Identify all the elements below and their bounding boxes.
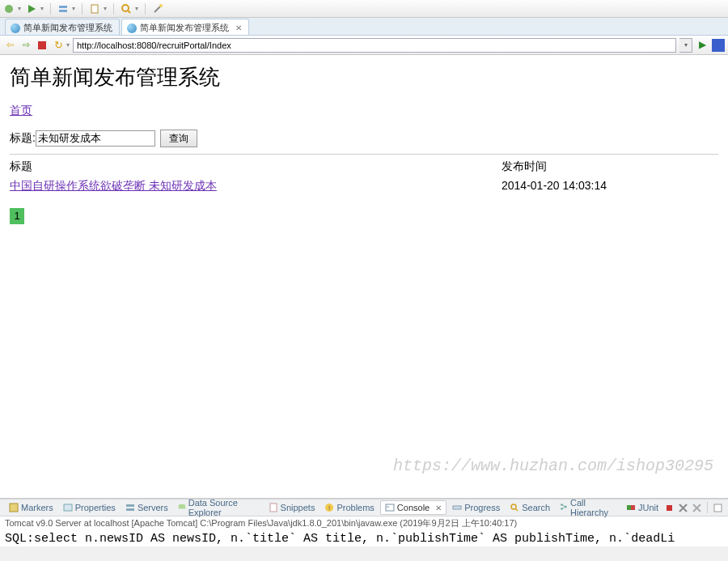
external-browser-button[interactable]	[712, 39, 725, 52]
separator	[82, 3, 83, 15]
tab-label: 简单新闻发布管理系统	[23, 22, 112, 34]
svg-rect-20	[453, 506, 461, 509]
svg-rect-15	[270, 504, 277, 512]
view-tab-search[interactable]: Search	[506, 501, 554, 514]
search-button[interactable]: 查询	[160, 130, 197, 147]
forward-button[interactable]: ⇨	[19, 39, 32, 52]
remove-all-icon[interactable]	[692, 503, 702, 513]
editor-tab[interactable]: 简单新闻发布管理系统 ✕	[121, 19, 249, 35]
separator	[50, 3, 51, 15]
svg-marker-1	[28, 5, 36, 13]
view-tab-problems[interactable]: !Problems	[320, 501, 378, 514]
dropdown-icon[interactable]: ▾	[104, 5, 107, 12]
console-toolbar	[664, 502, 723, 513]
markers-icon	[9, 503, 19, 512]
separator	[113, 3, 114, 15]
run-icon[interactable]	[26, 3, 37, 15]
globe-icon	[127, 23, 137, 33]
title-search-input[interactable]	[36, 130, 155, 147]
remove-launch-icon[interactable]	[678, 503, 688, 513]
dropdown-icon[interactable]: ▾	[18, 5, 21, 12]
wand-icon[interactable]	[152, 3, 163, 15]
url-input[interactable]	[73, 38, 676, 53]
col-header-title: 标题	[10, 159, 502, 174]
browser-nav-bar: ⇦ ⇨ ↻ ▾ ▾ ▶	[0, 36, 728, 55]
close-icon[interactable]: ✕	[235, 23, 242, 32]
view-tab-progress[interactable]: Progress	[448, 501, 504, 514]
svg-text:!: !	[328, 504, 330, 512]
svg-line-6	[128, 11, 130, 13]
terminate-icon[interactable]	[664, 503, 675, 513]
search-label: 标题:	[10, 131, 36, 146]
svg-rect-35	[714, 504, 722, 512]
junit-icon	[626, 503, 636, 512]
dropdown-icon[interactable]: ▾	[135, 5, 138, 12]
dropdown-icon[interactable]: ▾	[40, 5, 44, 12]
new-icon[interactable]	[89, 3, 100, 15]
url-dropdown[interactable]: ▾	[679, 38, 692, 53]
svg-point-8	[159, 4, 163, 7]
dropdown-icon[interactable]: ▾	[72, 5, 75, 12]
svg-rect-29	[631, 505, 635, 510]
news-time: 2014-01-20 14:03:14	[502, 179, 718, 193]
datasource-icon	[178, 503, 186, 512]
table-header: 标题 发布时间	[10, 156, 718, 177]
divider	[10, 154, 718, 155]
globe-icon	[11, 23, 20, 33]
page-number-current[interactable]: 1	[10, 208, 24, 224]
search-icon[interactable]	[121, 3, 132, 15]
svg-rect-28	[627, 505, 631, 510]
svg-line-27	[562, 507, 566, 508]
servers-icon	[125, 503, 135, 512]
view-tab-servers[interactable]: Servers	[121, 501, 172, 514]
view-tab-properties[interactable]: Properties	[59, 501, 120, 514]
svg-rect-4	[91, 5, 98, 13]
debug-icon[interactable]	[3, 3, 15, 15]
server-icon[interactable]	[57, 3, 69, 15]
table-row: 中国自研操作系统欲破垄断 未知研发成本 2014-01-20 14:03:14	[10, 177, 718, 195]
snippets-icon	[269, 503, 278, 512]
svg-rect-30	[667, 505, 672, 511]
console-icon	[385, 503, 395, 512]
separator	[145, 3, 146, 15]
view-tab-snippets[interactable]: Snippets	[265, 501, 320, 514]
go-button[interactable]: ▶	[696, 39, 709, 52]
view-tab-markers[interactable]: Markers	[5, 501, 57, 514]
svg-point-0	[5, 5, 13, 13]
back-button[interactable]: ⇦	[3, 39, 16, 52]
editor-tabs: 简单新闻发布管理系统 简单新闻发布管理系统 ✕	[0, 18, 728, 36]
console-output[interactable]: SQL:select n.newsID AS newsID, n.`title`…	[0, 530, 728, 546]
svg-rect-18	[386, 504, 394, 511]
svg-rect-3	[59, 10, 67, 12]
problems-icon: !	[324, 503, 334, 512]
close-icon[interactable]: ✕	[435, 504, 442, 512]
svg-rect-10	[64, 504, 72, 511]
view-tab-console[interactable]: Console✕	[380, 500, 447, 515]
browser-viewport: 简单新闻发布管理系统 首页 标题: 查询 标题 发布时间 中国自研操作系统欲破垄…	[0, 55, 728, 499]
svg-rect-9	[10, 504, 18, 512]
svg-rect-12	[126, 508, 134, 511]
properties-icon	[63, 503, 73, 512]
progress-icon	[452, 503, 462, 512]
svg-rect-14	[179, 505, 185, 508]
svg-line-22	[515, 508, 518, 511]
pagination: 1	[10, 208, 718, 224]
main-toolbar: ▾ ▾ ▾ ▾ ▾	[0, 0, 728, 18]
news-title-link[interactable]: 中国自研操作系统欲破垄断 未知研发成本	[10, 179, 217, 192]
svg-point-5	[122, 5, 129, 11]
hierarchy-icon	[560, 503, 568, 512]
view-tab-junit[interactable]: JUnit	[622, 501, 662, 514]
refresh-button[interactable]: ↻	[52, 39, 65, 52]
clear-console-icon[interactable]	[713, 503, 723, 513]
svg-line-26	[562, 505, 566, 507]
svg-rect-11	[126, 504, 134, 507]
page-title: 简单新闻发布管理系统	[10, 63, 718, 91]
views-tab-bar: Markers Properties Servers Data Source E…	[0, 499, 728, 516]
tab-label: 简单新闻发布管理系统	[140, 22, 229, 34]
stop-button[interactable]	[36, 39, 49, 52]
view-tab-datasource[interactable]: Data Source Explorer	[174, 496, 263, 519]
home-link[interactable]: 首页	[10, 104, 32, 117]
view-tab-callhierarchy[interactable]: Call Hierarchy	[556, 496, 620, 519]
dropdown-icon[interactable]: ▾	[66, 41, 70, 49]
editor-tab[interactable]: 简单新闻发布管理系统	[5, 19, 120, 35]
